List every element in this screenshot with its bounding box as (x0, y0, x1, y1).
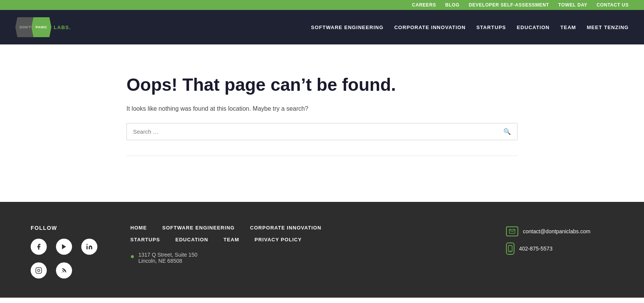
phone-contact: 402-875-5573 (506, 242, 613, 255)
footer-home[interactable]: HOME (130, 225, 147, 231)
main-nav: DON'T PANIC LABS. SOFTWARE ENGINEERING C… (0, 10, 644, 44)
main-content: Oops! That page can’t be found. It looks… (111, 44, 533, 202)
footer-software-engineering[interactable]: SOFTWARE ENGINEERING (162, 225, 235, 231)
email-text[interactable]: contact@dontpaniclabs.com (523, 228, 590, 234)
footer-corporate-innovation[interactable]: CORPORATE INNOVATION (250, 225, 321, 231)
svg-point-5 (62, 272, 62, 273)
rss-icon[interactable] (56, 262, 72, 278)
footer-contact: contact@dontpaniclabs.com 402-875-5573 (506, 226, 613, 255)
footer-privacy-policy[interactable]: PRIVACY POLICY (255, 237, 302, 242)
footer: FOLLOW (0, 202, 644, 298)
nav-education[interactable]: EDUCATION (517, 25, 550, 30)
logo-panic: PANIC (31, 17, 51, 37)
nav-software-engineering[interactable]: SOFTWARE ENGINEERING (311, 25, 383, 30)
search-icon: 🔍 (503, 128, 511, 135)
nav-corporate-innovation[interactable]: CORPORATE INNOVATION (394, 25, 465, 30)
footer-team[interactable]: TEAM (223, 237, 239, 242)
phone-icon (506, 242, 514, 255)
phone-text[interactable]: 402-875-5573 (519, 246, 552, 252)
footer-follow: FOLLOW (31, 225, 100, 278)
svg-marker-0 (62, 244, 66, 249)
logo[interactable]: DON'T PANIC LABS. (15, 17, 71, 37)
social-row-1 (31, 239, 100, 255)
footer-address: ● 1317 Q Street, Suite 150 Lincoln, NE 6… (130, 252, 475, 264)
footer-startups[interactable]: STARTUPS (130, 237, 160, 242)
svg-point-2 (87, 244, 88, 245)
towel-day-link[interactable]: TOWEL DAY (558, 2, 587, 8)
instagram-icon[interactable] (31, 262, 47, 278)
svg-rect-3 (36, 267, 42, 273)
email-contact: contact@dontpaniclabs.com (506, 226, 613, 236)
address-line1: 1317 Q Street, Suite 150 (138, 252, 197, 258)
linkedin-icon[interactable] (81, 239, 97, 255)
search-button[interactable]: 🔍 (497, 123, 517, 140)
location-icon: ● (130, 252, 135, 260)
footer-nav: HOME SOFTWARE ENGINEERING CORPORATE INNO… (130, 225, 475, 264)
error-title: Oops! That page can’t be found. (127, 75, 518, 95)
blog-link[interactable]: BLOG (445, 2, 460, 8)
nav-startups[interactable]: STARTUPS (476, 25, 506, 30)
search-input[interactable] (127, 124, 497, 139)
divider (127, 156, 518, 156)
developer-self-assessment-link[interactable]: DEVELOPER SELF-ASSESSMENT (469, 2, 549, 8)
email-icon (506, 226, 518, 236)
svg-rect-1 (87, 246, 88, 249)
contact-us-link[interactable]: CONTACT US (596, 2, 629, 8)
careers-link[interactable]: CAREERS (412, 2, 436, 8)
youtube-icon[interactable] (56, 239, 72, 255)
search-container: 🔍 (127, 123, 518, 140)
nav-links: SOFTWARE ENGINEERING CORPORATE INNOVATIO… (311, 25, 629, 30)
logo-labs: LABS. (54, 25, 71, 30)
nav-team[interactable]: TEAM (560, 25, 576, 30)
address-line2: Lincoln, NE 68508 (138, 258, 197, 264)
footer-education[interactable]: EDUCATION (175, 237, 208, 242)
footer-nav-row-2: STARTUPS EDUCATION TEAM PRIVACY POLICY (130, 237, 475, 242)
footer-nav-row-1: HOME SOFTWARE ENGINEERING CORPORATE INNO… (130, 225, 475, 231)
top-bar: CAREERS BLOG DEVELOPER SELF-ASSESSMENT T… (0, 0, 644, 10)
facebook-icon[interactable] (31, 239, 47, 255)
nav-meet-tenzing[interactable]: MEET TENZING (587, 25, 629, 30)
social-icons (31, 239, 100, 278)
social-row-2 (31, 262, 100, 278)
error-subtitle: It looks like nothing was found at this … (127, 105, 518, 112)
follow-label: FOLLOW (31, 225, 100, 231)
